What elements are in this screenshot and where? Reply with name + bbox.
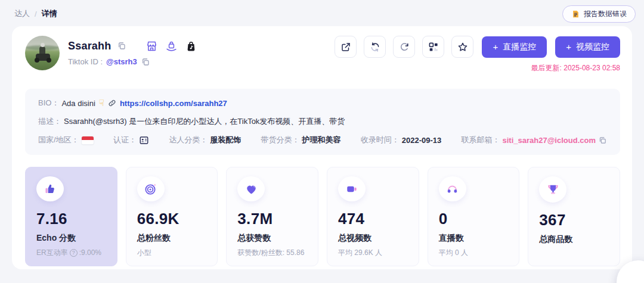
- bio-link[interactable]: https://collshp.com/sarahh27: [120, 99, 227, 108]
- stat-sub: 平均 0 人: [439, 248, 509, 257]
- stat-card-followers[interactable]: 66.9K 总粉丝数 小型: [126, 167, 218, 266]
- headphones-icon: [439, 176, 466, 201]
- bio-panel: BIO： Ada disini ☟ https://collshp.com/sa…: [25, 89, 620, 155]
- bio-row: BIO： Ada disini ☟ https://collshp.com/sa…: [38, 98, 607, 108]
- creator-category-label: 达人分类：: [169, 135, 208, 145]
- report-data-error-button[interactable]: 报告数据错误: [562, 5, 636, 23]
- favorite-star-button[interactable]: [451, 36, 473, 58]
- breadcrumb-separator: /: [35, 10, 37, 18]
- help-icon[interactable]: ?: [70, 249, 78, 257]
- indonesia-flag-icon: [82, 136, 94, 144]
- stat-sub: 获赞数/粉丝数: 55.86: [237, 248, 307, 257]
- id-card-badge-icon: [139, 135, 149, 145]
- stat-card-products[interactable]: 367 总商品数: [528, 167, 620, 266]
- trophy-icon: [539, 176, 566, 203]
- report-document-icon: [571, 10, 580, 18]
- heart-icon: [237, 176, 265, 201]
- stat-value: 0: [439, 210, 509, 228]
- meta-creator-category: 达人分类： 服装配饰: [169, 135, 241, 145]
- indexed-date-label: 收录时间：: [361, 135, 400, 145]
- commerce-category-label: 带货分类：: [261, 135, 299, 145]
- meta-verification: 认证：: [113, 135, 149, 145]
- report-data-error-label: 报告数据错误: [584, 9, 627, 19]
- external-link-icon: [340, 42, 351, 52]
- creator-avatar: [25, 36, 60, 70]
- stat-label: 总视频数: [338, 233, 408, 244]
- thumb-up-icon: [36, 176, 64, 201]
- live-monitor-label: 直播监控: [503, 42, 536, 52]
- meta-commerce-category: 带货分类： 护理和美容: [261, 135, 340, 145]
- stat-value: 367: [539, 211, 609, 229]
- open-external-button[interactable]: [335, 36, 357, 58]
- storefront-icon[interactable]: [145, 40, 158, 52]
- verification-label: 认证：: [113, 135, 137, 145]
- star-icon: [457, 42, 468, 52]
- stat-value: 474: [338, 210, 408, 228]
- sync-refresh-button[interactable]: [364, 36, 386, 58]
- live-monitor-button[interactable]: + 直播监控: [482, 36, 547, 58]
- copy-handle-icon[interactable]: [141, 57, 150, 67]
- overview-grid-icon: [428, 42, 439, 52]
- stat-card-videos[interactable]: 474 总视频数 平均 29.6K 人: [327, 167, 419, 266]
- meta-row: 国家/地区： 认证： 达人分类： 服装配饰 带货分: [38, 135, 607, 145]
- tiktok-id-label: Tiktok ID :: [68, 57, 103, 66]
- indexed-date-value: 2022-09-13: [402, 136, 442, 145]
- top-bar: 达人 / 详情 报告数据错误: [0, 0, 644, 26]
- last-update-text: 最后更新: 2025-08-23 02:58: [531, 63, 620, 73]
- stat-label: Echo 分数: [36, 233, 106, 244]
- stat-sub: 平均 29.6K 人: [338, 248, 408, 257]
- target-icon: [137, 176, 165, 201]
- contact-email-label: 联系邮箱：: [462, 135, 500, 145]
- stat-card-likes[interactable]: 3.7M 总获赞数 获赞数/粉丝数: 55.86: [226, 167, 318, 266]
- stat-label: 总获赞数: [237, 233, 307, 244]
- stat-label: 总粉丝数: [137, 233, 207, 244]
- er-rate-prefix: ER互动率: [36, 248, 68, 258]
- link-icon: [108, 99, 116, 107]
- stat-sub: 小型: [137, 248, 207, 257]
- tiktok-shop-icon[interactable]: [185, 40, 197, 52]
- plus-icon: +: [566, 42, 571, 52]
- er-rate-value: :9.00%: [79, 248, 101, 257]
- overview-grid-button[interactable]: [422, 36, 444, 58]
- breadcrumb: 达人 / 详情: [14, 8, 57, 19]
- bio-label: BIO：: [38, 98, 59, 108]
- description-row: 描述： Ssarahh(@stsrh3) 是一位来自印尼的小型达人，在TikTo…: [38, 116, 607, 127]
- bio-text: Ada disini: [61, 99, 95, 108]
- breadcrumb-parent[interactable]: 达人: [14, 8, 30, 19]
- stat-label: 总商品数: [539, 234, 609, 245]
- creator-detail-card: Ssarahh: [12, 26, 632, 269]
- description-label: 描述：: [38, 116, 61, 127]
- meta-contact-email: 联系邮箱： siti_sarah27@icloud.com: [462, 135, 607, 145]
- copy-email-icon[interactable]: [598, 136, 607, 145]
- meta-indexed-date: 收录时间： 2022-09-13: [361, 135, 442, 145]
- profile-header: Ssarahh: [25, 36, 620, 73]
- commerce-category-value: 护理和美容: [302, 135, 340, 145]
- country-label: 国家/地区：: [38, 135, 79, 145]
- breadcrumb-current: 详情: [42, 8, 57, 19]
- contact-email-value[interactable]: siti_sarah27@icloud.com: [503, 136, 596, 145]
- tiktok-handle-link[interactable]: @stsrh3: [106, 57, 137, 66]
- sync-refresh-icon: [370, 42, 380, 52]
- history-refresh-button[interactable]: [393, 36, 415, 58]
- copy-name-icon[interactable]: [117, 41, 126, 51]
- meta-country: 国家/地区：: [38, 135, 94, 145]
- video-camera-icon: [338, 176, 366, 201]
- stats-cards-row: 7.16 Echo 分数 ER互动率 ? :9.00% 66.9K 总粉丝数 小…: [25, 167, 620, 266]
- creator-name: Ssarahh: [68, 40, 111, 52]
- stat-sub: [539, 249, 609, 257]
- description-text: Ssarahh(@stsrh3) 是一位来自印尼的小型达人，在TikTok发布视…: [64, 116, 345, 127]
- stat-label: 直播数: [439, 233, 509, 244]
- stat-value: 66.9K: [137, 210, 207, 228]
- stat-card-lives[interactable]: 0 直播数 平均 0 人: [428, 167, 520, 266]
- video-monitor-label: 视频监控: [576, 42, 609, 52]
- stat-value: 7.16: [36, 210, 106, 228]
- creator-category-value: 服装配饰: [210, 135, 241, 145]
- hand-holding-bag-icon[interactable]: [165, 40, 178, 52]
- history-refresh-icon: [399, 42, 410, 52]
- plus-icon: +: [493, 42, 498, 52]
- pointing-down-hand-icon: ☟: [99, 98, 104, 108]
- stat-value: 3.7M: [237, 210, 307, 228]
- stat-card-echo-score[interactable]: 7.16 Echo 分数 ER互动率 ? :9.00%: [25, 167, 117, 266]
- stat-sub: ER互动率 ? :9.00%: [36, 248, 106, 257]
- video-monitor-button[interactable]: + 视频监控: [555, 36, 620, 58]
